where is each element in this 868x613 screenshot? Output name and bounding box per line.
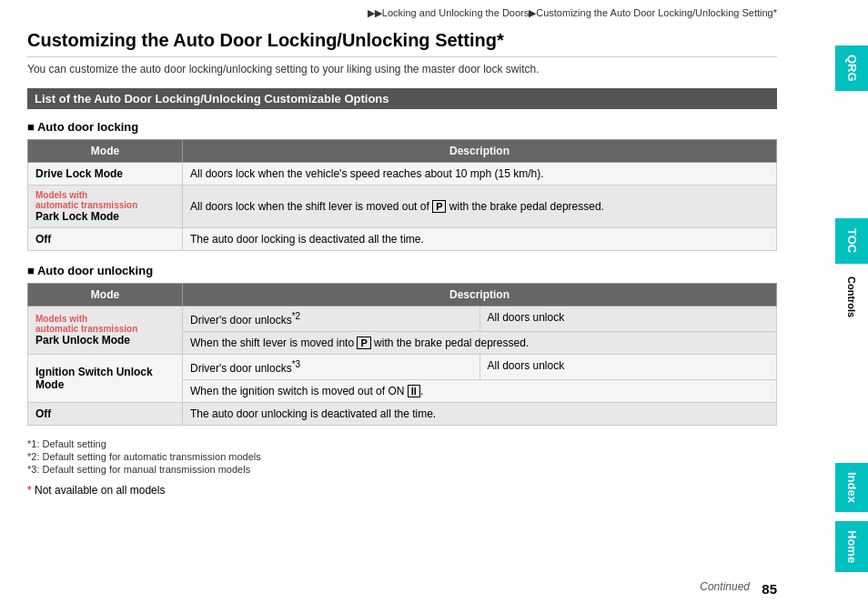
park-unlock-top-desc-inner: Driver's door unlocks*2 All doors unlock [183,306,776,331]
right-sidebar: QRG TOC Controls Index Home [786,0,868,613]
gear-p-icon: P [432,200,446,213]
table-row: Drive Lock Mode All doors lock when the … [28,163,777,186]
table-row: Models withautomatic transmission Park L… [28,186,777,228]
gear-ii-icon: II [408,385,420,397]
page-subtitle-text: You can customize the auto door locking/… [27,63,540,75]
locking-off-label: Off [35,233,51,246]
ignition-unlock-top-desc-cell: Driver's door unlocks*3 All doors unlock [183,355,777,380]
park-unlock-bottom-desc: When the shift lever is moved into P wit… [190,337,529,349]
unlocking-off-label: Off [35,407,51,420]
locking-table-header: Mode Description [28,140,777,163]
page-subtitle: You can customize the auto door locking/… [27,63,777,75]
unlocking-mode-header: Mode [28,284,183,306]
park-unlock-label: Park Unlock Mode [35,334,130,347]
auto-trans-label: Models withautomatic transmission [35,190,175,210]
page-container: ▶▶Locking and Unlocking the Doors▶Custom… [0,0,868,613]
table-row: Ignition Switch Unlock Mode Driver's doo… [28,355,777,380]
unlocking-off-desc: The auto door unlocking is deactivated a… [190,407,436,420]
park-lock-mode-cell: Models withautomatic transmission Park L… [28,186,183,228]
auto-locking-heading: Auto door locking [27,120,777,134]
locking-mode-header: Mode [28,140,183,163]
auto-locking-heading-text: Auto door locking [37,120,138,134]
ignition-unlock-top-right: All doors unlock [480,355,777,379]
unlocking-off-desc-cell: The auto door unlocking is deactivated a… [183,403,777,426]
locking-off-desc: The auto door locking is deactivated all… [190,233,424,246]
ignition-unlock-top-desc-inner: Driver's door unlocks*3 All doors unlock [183,355,776,379]
gear-p-icon-2: P [357,337,370,349]
section-heading-text: List of the Auto Door Locking/Unlocking … [35,92,389,106]
park-lock-desc-cell: All doors lock when the shift lever is m… [183,186,777,228]
drive-lock-label: Drive Lock Mode [35,167,123,180]
bottom-note-text: Not available on all models [35,484,165,497]
auto-unlocking-heading: Auto door unlocking [27,264,777,277]
park-unlock-drivers-door: Driver's door unlocks*2 [190,314,300,327]
page-title: Customizing the Auto Door Locking/Unlock… [27,30,777,57]
ignition-unlock-top-left: Driver's door unlocks*3 [183,355,480,379]
breadcrumb-text: ▶▶Locking and Unlocking the Doors▶Custom… [368,7,777,18]
park-unlock-all-doors: All doors unlock [488,311,565,324]
toc-button[interactable]: TOC [835,218,868,264]
park-unlock-top-left: Driver's door unlocks*2 [183,306,480,331]
park-unlock-mode-cell: Models withautomatic transmission Park U… [28,306,183,355]
home-button[interactable]: Home [835,521,868,572]
controls-text: Controls [846,276,857,317]
locking-table: Mode Description Drive Lock Mode All doo… [27,139,777,251]
section-heading: List of the Auto Door Locking/Unlocking … [27,88,777,109]
locking-off-desc-cell: The auto door locking is deactivated all… [183,228,777,251]
page-title-text: Customizing the Auto Door Locking/Unlock… [27,30,504,50]
park-lock-desc: All doors lock when the shift lever is m… [190,200,604,213]
table-row: Off The auto door unlocking is deactivat… [28,403,777,426]
auto-unlocking-heading-text: Auto door unlocking [37,264,153,277]
drive-lock-mode-cell: Drive Lock Mode [28,163,183,186]
ignition-unlock-mode-cell: Ignition Switch Unlock Mode [28,355,183,403]
ignition-unlock-bottom-desc-cell: When the ignition switch is moved out of… [183,380,777,403]
drive-lock-desc-cell: All doors lock when the vehicle's speed … [183,163,777,186]
park-unlock-bottom-desc-cell: When the shift lever is moved into P wit… [183,332,777,355]
ignition-unlock-label: Ignition Switch Unlock Mode [35,366,153,391]
locking-desc-header: Description [183,140,777,163]
unlocking-table: Mode Description Models withautomatic tr… [27,283,777,426]
index-button[interactable]: Index [835,463,868,512]
qrg-button[interactable]: QRG [835,45,868,91]
ignition-unlock-drivers-door: Driver's door unlocks*3 [190,362,300,375]
home-label: Home [845,530,859,563]
toc-label: TOC [845,228,859,253]
ignition-unlock-all-doors: All doors unlock [488,359,565,372]
footnote-3: *3: Default setting for manual transmiss… [27,464,777,475]
table-row: Models withautomatic transmission Park U… [28,306,777,332]
main-content: Customizing the Auto Door Locking/Unlock… [0,23,868,515]
table-row: Off The auto door locking is deactivated… [28,228,777,251]
unlocking-desc-header: Description [183,284,777,306]
footnotes: *1: Default setting *2: Default setting … [27,438,777,475]
index-label: Index [845,472,859,503]
page-number: 85 [762,581,777,597]
drive-lock-desc: All doors lock when the vehicle's speed … [190,167,544,180]
bottom-note: * Not available on all models [27,484,777,497]
park-lock-label: Park Lock Mode [35,210,119,223]
park-unlock-top-right: All doors unlock [480,306,777,331]
qrg-label: QRG [845,55,859,82]
auto-trans-label-2: Models withautomatic transmission [35,314,175,334]
asterisk-icon: * [27,484,35,497]
footnote-1: *1: Default setting [27,438,777,449]
breadcrumb: ▶▶Locking and Unlocking the Doors▶Custom… [0,0,868,23]
unlocking-off-mode-cell: Off [28,403,183,426]
controls-label: Controls [835,267,868,327]
park-unlock-top-desc-cell: Driver's door unlocks*2 All doors unlock [183,306,777,332]
continued-label: Continued [700,580,750,593]
unlocking-table-header: Mode Description [28,284,777,306]
ignition-unlock-bottom-desc: When the ignition switch is moved out of… [190,385,423,397]
footnote-2: *2: Default setting for automatic transm… [27,451,777,462]
locking-off-mode-cell: Off [28,228,183,251]
